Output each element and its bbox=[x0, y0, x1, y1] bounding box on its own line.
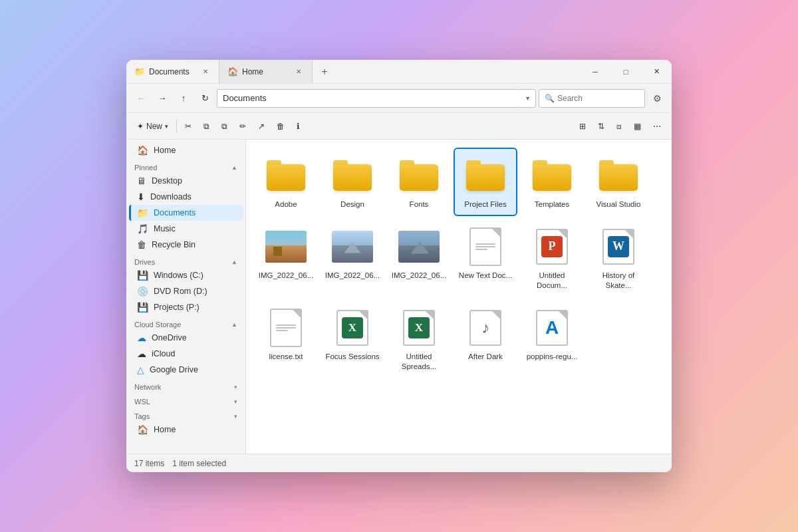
address-input[interactable] bbox=[217, 89, 521, 108]
main-content: 🏠 Home Pinned ▲ 🖥 Desktop 📌 ⬇ Downloads … bbox=[126, 140, 672, 454]
up-button[interactable]: ↑ bbox=[174, 89, 193, 108]
sidebar-item-home[interactable]: 🏠 Home bbox=[129, 142, 243, 158]
view-icon: ⊞ bbox=[579, 122, 586, 131]
more-button[interactable]: ⋯ bbox=[648, 116, 666, 136]
folder-design[interactable]: Design bbox=[321, 148, 384, 216]
search-input[interactable] bbox=[557, 94, 639, 103]
file-history-skate[interactable]: W History of Skate... bbox=[587, 219, 650, 297]
poppins-icon: A bbox=[531, 307, 573, 349]
sidebar-pinned-section: Pinned ▲ bbox=[126, 158, 245, 173]
file-untitled-doc[interactable]: P Untitled Docum... bbox=[520, 219, 584, 297]
folder-templates[interactable]: Templates bbox=[520, 148, 584, 216]
toolbar-right: ⊞ ⇅ ⧈ ▦ ⋯ bbox=[574, 116, 666, 136]
folder-fonts-icon bbox=[398, 154, 440, 197]
folder-adobe-icon bbox=[265, 154, 307, 197]
new-dropdown-icon: ▾ bbox=[165, 123, 168, 130]
sidebar-item-home-bottom[interactable]: 🏠 Home bbox=[129, 422, 243, 438]
gdrive-icon: △ bbox=[137, 364, 144, 375]
img1-icon bbox=[265, 225, 307, 268]
close-button[interactable]: ✕ bbox=[641, 60, 672, 84]
toolbar: ✦ New ▾ ✂ ⧉ ⧉ ✏ ↗ 🗑 ℹ ⊞ bbox=[126, 113, 672, 140]
file-license[interactable]: license.txt bbox=[254, 300, 318, 378]
delete-button[interactable]: 🗑 bbox=[271, 116, 290, 136]
file-img3[interactable]: IMG_2022_06... bbox=[387, 219, 451, 297]
info-button[interactable]: ℹ bbox=[291, 116, 305, 136]
window-controls: ─ □ ✕ bbox=[580, 60, 672, 83]
sidebar-item-recycle[interactable]: 🗑 Recycle Bin 📌 bbox=[129, 237, 243, 253]
tab-documents-close[interactable]: ✕ bbox=[200, 66, 211, 77]
downloads-icon: ⬇ bbox=[137, 192, 145, 202]
cut-button[interactable]: ✂ bbox=[180, 116, 197, 136]
tags-collapse-btn[interactable]: ▾ bbox=[234, 413, 237, 420]
address-dropdown[interactable]: ▾ bbox=[520, 89, 536, 108]
sidebar-item-icloud[interactable]: ☁ iCloud bbox=[129, 346, 243, 362]
rename-button[interactable]: ✏ bbox=[234, 116, 251, 136]
documents-icon: 📁 bbox=[137, 207, 148, 218]
file-grid: Adobe Design bbox=[254, 148, 664, 378]
share-button[interactable]: ↗ bbox=[253, 116, 270, 136]
folder-visual-studio[interactable]: Visual Studio bbox=[587, 148, 650, 216]
focus-sessions-icon: X bbox=[331, 307, 374, 349]
forward-button[interactable]: → bbox=[153, 89, 172, 108]
d-drive-icon: 💿 bbox=[137, 286, 148, 297]
paste-button[interactable]: ⧉ bbox=[216, 116, 233, 136]
paste-icon: ⧉ bbox=[221, 122, 227, 131]
share-icon: ↗ bbox=[258, 122, 265, 131]
img3-icon bbox=[398, 225, 440, 268]
sidebar-item-documents[interactable]: 📁 Documents 📌 bbox=[129, 205, 243, 221]
folder-visual-studio-icon bbox=[597, 154, 640, 197]
pinned-collapse-btn[interactable]: ▲ bbox=[231, 164, 237, 171]
sidebar-item-d[interactable]: 💿 DVD Rom (D:) bbox=[129, 283, 243, 299]
file-focus-sessions[interactable]: X Focus Sessions bbox=[321, 300, 384, 378]
toolbar-sep-1 bbox=[176, 120, 177, 133]
tab-home-close[interactable]: ✕ bbox=[293, 66, 304, 77]
file-area: Adobe Design bbox=[246, 140, 672, 454]
tab-documents[interactable]: 📁 Documents ✕ bbox=[126, 60, 219, 83]
sidebar-item-p[interactable]: 💾 Projects (P:) bbox=[129, 299, 243, 315]
drives-collapse-btn[interactable]: ▲ bbox=[231, 259, 237, 265]
new-button[interactable]: ✦ New ▾ bbox=[132, 116, 174, 136]
file-img2[interactable]: IMG_2022_06... bbox=[321, 219, 384, 297]
cloud-collapse-btn[interactable]: ▲ bbox=[231, 321, 237, 328]
layout-button[interactable]: ▦ bbox=[628, 116, 646, 136]
view-button[interactable]: ⊞ bbox=[574, 116, 591, 136]
layout-icon: ▦ bbox=[634, 122, 641, 131]
item-count: 17 items bbox=[134, 459, 164, 468]
folder-project-files-icon bbox=[464, 154, 507, 197]
rename-icon: ✏ bbox=[239, 122, 246, 131]
file-new-text[interactable]: New Text Doc... bbox=[454, 219, 517, 297]
status-bar: 17 items 1 item selected bbox=[126, 454, 672, 472]
sidebar-item-downloads[interactable]: ⬇ Downloads 📌 bbox=[129, 189, 243, 205]
desktop-icon: 🖥 bbox=[137, 176, 146, 186]
file-untitled-spreads[interactable]: X Untitled Spreads... bbox=[387, 300, 451, 378]
folder-fonts[interactable]: Fonts bbox=[387, 148, 451, 216]
tab-home[interactable]: 🏠 Home ✕ bbox=[219, 60, 313, 83]
music-icon: 🎵 bbox=[137, 223, 148, 234]
tab-home-icon: 🏠 bbox=[227, 66, 238, 76]
sidebar-item-onedrive[interactable]: ☁ OneDrive bbox=[129, 330, 243, 346]
folder-adobe[interactable]: Adobe bbox=[254, 148, 318, 216]
minimize-button[interactable]: ─ bbox=[580, 60, 610, 84]
sidebar-home-label: Home bbox=[154, 146, 237, 155]
sidebar-item-c[interactable]: 💾 Windows (C:) bbox=[129, 267, 243, 283]
sort-button[interactable]: ⇅ bbox=[593, 116, 610, 136]
filter-button[interactable]: ⧈ bbox=[611, 116, 627, 136]
wsl-collapse-btn[interactable]: ▾ bbox=[234, 398, 237, 405]
refresh-button[interactable]: ↻ bbox=[196, 89, 214, 108]
sidebar-item-music[interactable]: 🎵 Music 📌 bbox=[129, 221, 243, 237]
file-after-dark[interactable]: ♪ After Dark bbox=[454, 300, 517, 378]
folder-project-files[interactable]: Project Files bbox=[454, 148, 517, 216]
sidebar-item-gdrive[interactable]: △ Google Drive bbox=[129, 362, 243, 378]
maximize-button[interactable]: □ bbox=[610, 60, 641, 84]
recycle-icon: 🗑 bbox=[137, 239, 146, 250]
file-img1[interactable]: IMG_2022_06... bbox=[254, 219, 318, 297]
file-poppins[interactable]: A poppins-regu... bbox=[520, 300, 584, 378]
settings-button[interactable]: ⚙ bbox=[648, 89, 666, 108]
network-collapse-btn[interactable]: ▾ bbox=[234, 384, 237, 390]
new-tab-button[interactable]: + bbox=[313, 60, 336, 83]
copy-button[interactable]: ⧉ bbox=[198, 116, 215, 136]
home-icon: 🏠 bbox=[137, 145, 148, 156]
back-button[interactable]: ← bbox=[132, 89, 150, 108]
sort-icon: ⇅ bbox=[598, 122, 604, 131]
sidebar-item-desktop[interactable]: 🖥 Desktop 📌 bbox=[129, 173, 243, 189]
